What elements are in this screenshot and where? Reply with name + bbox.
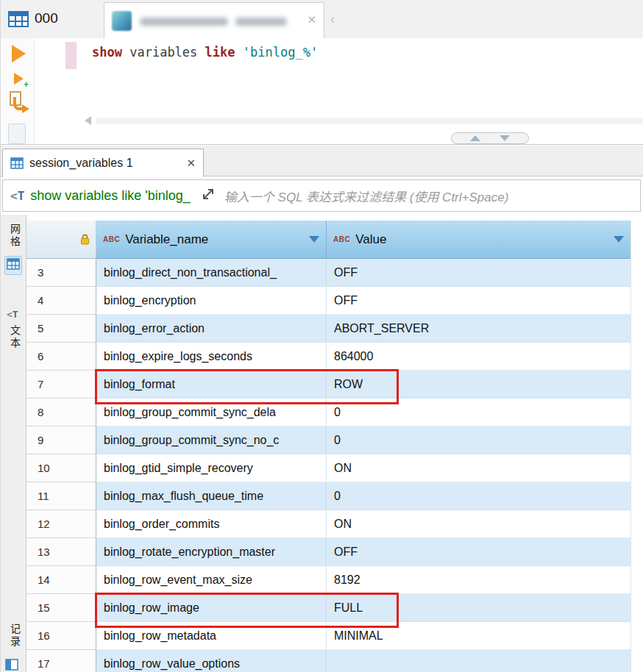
cell-value[interactable]: OFF [327,287,631,315]
row-number[interactable]: 6 [26,343,96,371]
cell-value[interactable]: OFF [327,259,631,287]
lock-icon [80,234,90,245]
maximize-editor-icon[interactable] [470,135,480,141]
connection-name[interactable]: 000 [35,10,58,26]
filter-query-text[interactable]: show variables like 'binlog_ [30,188,191,204]
cell-variable-name[interactable]: binlog_format [96,371,327,398]
cell-variable-name[interactable]: binlog_max_flush_queue_time [96,482,327,510]
table-row[interactable]: 4 binlog_encryption OFF [26,287,643,315]
tab-session-variables[interactable]: session_variables 1 ✕ [2,149,204,177]
cell-variable-name[interactable]: binlog_group_commit_sync_dela [96,398,327,426]
cell-value[interactable]: ABORT_SERVER [327,315,631,343]
vertical-scrollbar[interactable] [630,221,643,672]
table-row[interactable]: 10 binlog_gtid_simple_recovery ON [26,454,643,482]
table-row[interactable]: 3 binlog_direct_non_transactional_ OFF [26,259,643,287]
execute-script-icon[interactable] [7,90,29,116]
table-row[interactable]: 13 binlog_rotate_encryption_master OFF [26,538,643,566]
close-icon[interactable]: ✕ [186,157,196,170]
table-row[interactable]: 7 binlog_format ROW [26,371,643,398]
table-row[interactable]: 9 binlog_group_commit_sync_no_c 0 [26,426,643,454]
tab-overflow-chevron-icon[interactable]: ‹ [330,12,335,27]
row-number[interactable]: 15 [26,594,96,622]
cell-variable-name[interactable]: binlog_expire_logs_seconds [96,343,327,371]
result-filter-input[interactable]: <T show variables like 'binlog_ 输入一个 SQL… [2,179,641,212]
cell-value[interactable]: FULL [327,594,631,622]
side-tab-grid-label[interactable]: 网格 [7,224,22,249]
editor-results-splitter[interactable] [1,144,643,145]
side-tab-text-label[interactable]: 文本 [7,325,22,350]
row-number[interactable]: 13 [26,538,96,566]
text-view-icon[interactable]: <T [7,309,18,320]
sql-keyword: like [205,45,235,60]
row-number[interactable]: 8 [26,398,96,426]
cell-variable-name[interactable]: binlog_direct_non_transactional_ [96,259,327,287]
data-grid: ABC Variable_name ABC Value 3 binlog_dir… [26,221,643,672]
cell-value[interactable]: 0 [327,482,631,510]
editor-tab[interactable]: ✕ [104,2,324,38]
table-row[interactable]: 11 binlog_max_flush_queue_time 0 [26,482,643,510]
cell-value[interactable]: ON [327,454,631,482]
row-number[interactable]: 3 [26,259,96,287]
editor-horizontal-scrollbar[interactable] [96,118,643,124]
sql-statement[interactable]: show variables like 'binlog_%' [92,45,318,60]
side-tab-record-label[interactable]: 记录 [7,623,22,648]
table-row[interactable]: 8 binlog_group_commit_sync_dela 0 [26,398,643,426]
connection-grid-icon[interactable] [8,10,29,31]
row-number[interactable]: 11 [26,482,96,510]
table-row[interactable]: 5 binlog_error_action ABORT_SERVER [26,315,643,343]
cell-variable-name[interactable]: binlog_row_metadata [96,622,327,650]
cell-variable-name[interactable]: binlog_row_value_options [96,650,327,672]
row-number[interactable]: 9 [26,426,96,454]
row-number[interactable]: 14 [26,566,96,594]
row-number[interactable]: 17 [26,650,96,672]
cell-variable-name[interactable]: binlog_error_action [96,315,327,343]
execute-new-tab-icon[interactable] [14,73,24,85]
cell-value[interactable]: OFF [327,538,631,566]
column-filter-dropdown-icon[interactable] [614,236,624,243]
cell-value[interactable]: ROW [327,371,631,398]
cell-value[interactable] [327,650,631,672]
cell-variable-name[interactable]: binlog_row_event_max_size [96,566,327,594]
column-filter-dropdown-icon[interactable] [309,236,319,243]
toolbar-cut-icon[interactable] [8,124,26,144]
cell-variable-name[interactable]: binlog_order_commits [96,510,327,538]
row-number[interactable]: 16 [26,622,96,650]
cell-variable-name[interactable]: binlog_row_image [96,594,327,622]
cell-variable-name[interactable]: binlog_gtid_simple_recovery [96,454,327,482]
table-row[interactable]: 17 binlog_row_value_options [26,650,643,672]
maximize-results-icon[interactable] [500,135,510,141]
row-number[interactable]: 7 [26,371,96,398]
execute-new-tab-plus-icon: + [24,79,29,90]
cell-value[interactable]: 0 [327,426,631,454]
cell-value[interactable]: MINIMAL [327,622,631,650]
cell-variable-name[interactable]: binlog_group_commit_sync_no_c [96,426,327,454]
splitter-control[interactable] [451,132,529,144]
table-row[interactable]: 16 binlog_row_metadata MINIMAL [26,622,643,650]
sql-editor[interactable]: + show variables like 'binlog_%' [1,38,643,144]
table-row[interactable]: 12 binlog_order_commits ON [26,510,643,538]
cell-value[interactable]: 0 [327,398,631,426]
row-number[interactable]: 5 [26,315,96,343]
row-number[interactable]: 10 [26,454,96,482]
row-number[interactable]: 12 [26,510,96,538]
cell-value[interactable]: 864000 [327,343,631,371]
grid-view-icon[interactable] [4,256,22,275]
row-number[interactable]: 4 [26,287,96,315]
scroll-left-icon[interactable] [85,116,91,125]
grid-corner-cell[interactable] [26,221,96,259]
close-icon[interactable]: ✕ [307,14,316,25]
dbeaver-window: { "topbar": { "app_label": "000" }, "edi… [0,0,643,672]
cell-variable-name[interactable]: binlog_encryption [96,287,327,315]
column-header-value[interactable]: ABC Value [327,221,631,259]
expand-filter-icon[interactable] [201,187,216,204]
cell-value[interactable]: ON [327,510,631,538]
column-header-variable-name[interactable]: ABC Variable_name [96,221,327,259]
record-view-icon[interactable] [5,659,18,672]
cell-variable-name[interactable]: binlog_rotate_encryption_master [96,538,327,566]
execute-statement-icon[interactable] [12,45,26,62]
table-row[interactable]: 15 binlog_row_image FULL [26,594,643,622]
current-line-gutter-marker [65,42,77,69]
table-row[interactable]: 14 binlog_row_event_max_size 8192 [26,566,643,594]
cell-value[interactable]: 8192 [327,566,631,594]
table-row[interactable]: 6 binlog_expire_logs_seconds 864000 [26,343,643,371]
